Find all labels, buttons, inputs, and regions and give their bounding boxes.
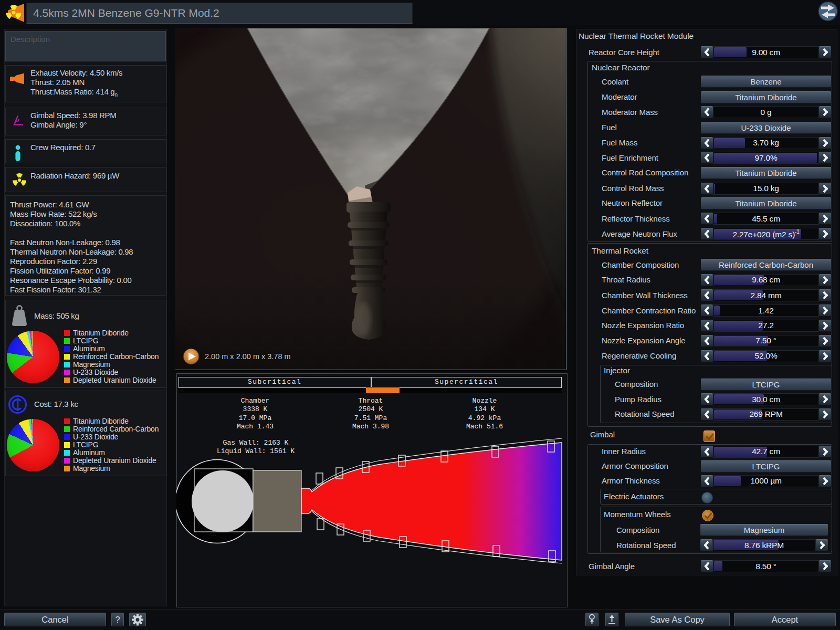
svg-text:2.00 m x 2.00 m x 3.78 m: 2.00 m x 2.00 m x 3.78 m	[205, 352, 291, 361]
